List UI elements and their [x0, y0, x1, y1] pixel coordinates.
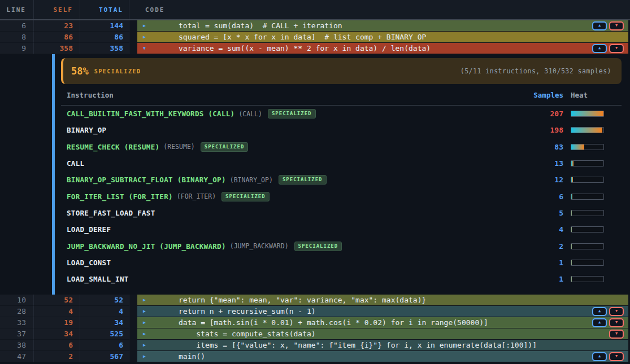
disclosure-triangle-icon[interactable]: ▶ [143, 332, 146, 336]
total-value: 144 [80, 20, 129, 32]
heat-cell [563, 127, 622, 133]
instruction-name-cell: JUMP_BACKWARD_NO_JIT (JUMP_BACKWARD) (JU… [61, 242, 496, 251]
code-text: return n + recursive_sum(n - 1) [137, 307, 316, 315]
instruction-row: CALL SPECIALIZED 13 [61, 155, 622, 172]
code-heat-bar: ▶ return {"mean": mean, "var": variance,… [137, 295, 628, 305]
disclosure-triangle-icon[interactable]: ▶ [143, 309, 146, 314]
samples-value: 6 [496, 192, 563, 201]
code-line-row: 47 2 567 ▶ main() ▲ ▼ [0, 351, 630, 362]
line-column-header: LINE [0, 0, 34, 19]
code-heat-bar: ▶ data = [math.sin(i * 0.01) + math.cos(… [137, 317, 628, 328]
total-column-header: TOTAL [80, 0, 129, 19]
instruction-name: STORE_FAST_LOAD_FAST [67, 209, 155, 217]
instruction-row: JUMP_BACKWARD_NO_JIT (JUMP_BACKWARD) (JU… [61, 238, 622, 254]
prev-hot-line-button[interactable]: ▲ [592, 318, 607, 327]
instruction-name: LOAD_SMALL_INT [67, 275, 129, 283]
disclosure-triangle-icon[interactable]: ▶ [143, 24, 146, 28]
code-text: return {"mean": mean, "var": variance, "… [137, 296, 426, 304]
instruction-name-cell: BINARY_OP SPECIALIZED [61, 126, 496, 134]
prev-hot-line-button[interactable]: ▲ [592, 352, 607, 361]
samples-value: 12 [496, 176, 563, 184]
instruction-row: BINARY_OP_SUBTRACT_FLOAT (BINARY_OP) (BI… [61, 172, 622, 188]
summary-detail: (5/11 instructions, 310/532 samples) [460, 67, 611, 75]
samples-header: Samples [496, 91, 563, 99]
self-value: 34 [34, 328, 80, 340]
self-value: 86 [34, 32, 80, 43]
line-number: 37 [0, 328, 34, 340]
code-cell[interactable]: ▼ variance = sum((x - mean) ** 2 for x i… [129, 43, 630, 54]
code-cell[interactable]: ▶ return {"mean": mean, "var": variance,… [129, 295, 630, 306]
prev-hot-line-button[interactable]: ▲ [592, 21, 607, 30]
code-heat-bar: ▼ variance = sum((x - mean) ** 2 for x i… [137, 43, 628, 54]
prev-hot-line-button[interactable]: ▲ [592, 307, 607, 316]
instruction-generic-name: (BINARY_OP) [230, 176, 273, 184]
line-number: 8 [0, 32, 34, 43]
total-value: 6 [80, 340, 129, 351]
instruction-name-cell: BINARY_OP_SUBTRACT_FLOAT (BINARY_OP) (BI… [61, 175, 496, 185]
next-hot-line-button[interactable]: ▼ [609, 352, 624, 361]
specialized-badge: SPECIALIZED [279, 175, 327, 185]
instruction-table-header: Instruction Samples Heat [61, 85, 622, 106]
self-value: 6 [34, 340, 80, 351]
specialized-badge: SPECIALIZED [294, 242, 342, 251]
total-value: 525 [80, 328, 129, 340]
heat-bar-fill [571, 210, 572, 216]
disclosure-triangle-icon[interactable]: ▶ [143, 321, 146, 325]
heat-bar-fill [571, 244, 572, 249]
next-hot-line-button[interactable]: ▼ [609, 318, 624, 327]
instruction-row: FOR_ITER_LIST (FOR_ITER) (FOR_ITER) SPEC… [61, 188, 622, 204]
code-cell[interactable]: ▶ items = [{"value": x, "name": f"item_{… [129, 340, 630, 351]
code-cell[interactable]: ▶ return n + recursive_sum(n - 1) ▲ ▼ [129, 306, 630, 317]
instruction-generic-name: (FOR_ITER) [177, 192, 216, 200]
code-line-row: 28 4 4 ▶ return n + recursive_sum(n - 1)… [0, 306, 630, 317]
nav-buttons: ▲ ▼ [592, 307, 624, 316]
disclosure-triangle-icon[interactable]: ▶ [143, 343, 146, 348]
instruction-name: LOAD_CONST [67, 258, 111, 267]
heat-cell [563, 243, 622, 249]
code-cell[interactable]: ▶ main() ▲ ▼ [129, 351, 630, 362]
disclosure-triangle-icon[interactable]: ▶ [143, 354, 146, 359]
disclosure-triangle-icon[interactable]: ▶ [143, 298, 146, 302]
heat-cell [563, 160, 622, 166]
code-cell[interactable]: ▶ squared = [x * x for x in data] # list… [129, 32, 630, 43]
specialized-percent: 58% [71, 65, 89, 77]
code-rows-bottom: 10 52 52 ▶ return {"mean": mean, "var": … [0, 295, 630, 362]
next-hot-line-button[interactable]: ▼ [609, 44, 624, 53]
heat-header: Heat [563, 91, 622, 99]
instruction-row: CALL_BUILTIN_FAST_WITH_KEYWORDS (CALL) (… [61, 106, 622, 122]
code-cell[interactable]: ▶ stats = compute_stats(data) ▲ ▼ [129, 328, 630, 340]
heat-cell [563, 194, 622, 200]
next-hot-line-button[interactable]: ▼ [609, 330, 624, 339]
code-cell[interactable]: ▶ data = [math.sin(i * 0.01) + math.cos(… [129, 317, 630, 328]
self-value: 23 [34, 20, 80, 32]
total-value: 4 [80, 306, 129, 317]
heat-bar-fill [571, 111, 603, 116]
disclosure-triangle-icon[interactable]: ▶ [143, 35, 146, 40]
heat-bar [571, 210, 604, 216]
instruction-row: BINARY_OP SPECIALIZED 198 [61, 122, 622, 138]
code-line-row: 9 358 358 ▼ variance = sum((x - mean) **… [0, 43, 630, 54]
table-header: LINE SELF TOTAL CODE [0, 0, 630, 20]
instruction-generic-name: (JUMP_BACKWARD) [230, 242, 289, 250]
code-heat-bar: ▶ main() ▲ ▼ [137, 351, 628, 362]
code-line-row: 8 86 86 ▶ squared = [x * x for x in data… [0, 32, 630, 43]
instruction-name-cell: STORE_FAST_LOAD_FAST SPECIALIZED [61, 209, 496, 217]
next-hot-line-button[interactable]: ▼ [609, 21, 624, 30]
instruction-name: CALL_BUILTIN_FAST_WITH_KEYWORDS (CALL) [67, 109, 234, 118]
prev-hot-line-button[interactable]: ▲ [592, 44, 607, 53]
heat-bar-fill [571, 260, 572, 265]
code-cell[interactable]: ▶ total = sum(data) # CALL + iteration ▲… [129, 20, 630, 32]
line-number: 28 [0, 306, 34, 317]
self-value: 19 [34, 317, 80, 328]
total-value: 567 [80, 351, 129, 362]
line-number: 33 [0, 317, 34, 328]
heat-bar [571, 194, 604, 200]
instruction-row: LOAD_SMALL_INT SPECIALIZED 1 [61, 271, 622, 287]
instruction-name-cell: LOAD_DEREF SPECIALIZED [61, 225, 496, 234]
next-hot-line-button[interactable]: ▼ [609, 307, 624, 316]
code-heat-bar: ▶ total = sum(data) # CALL + iteration ▲… [137, 20, 628, 31]
instruction-table: CALL_BUILTIN_FAST_WITH_KEYWORDS (CALL) (… [61, 106, 622, 287]
disclosure-triangle-icon[interactable]: ▼ [143, 46, 146, 51]
code-line-row: 38 6 6 ▶ items = [{"value": x, "name": f… [0, 340, 630, 351]
instruction-name-cell: CALL SPECIALIZED [61, 159, 496, 168]
